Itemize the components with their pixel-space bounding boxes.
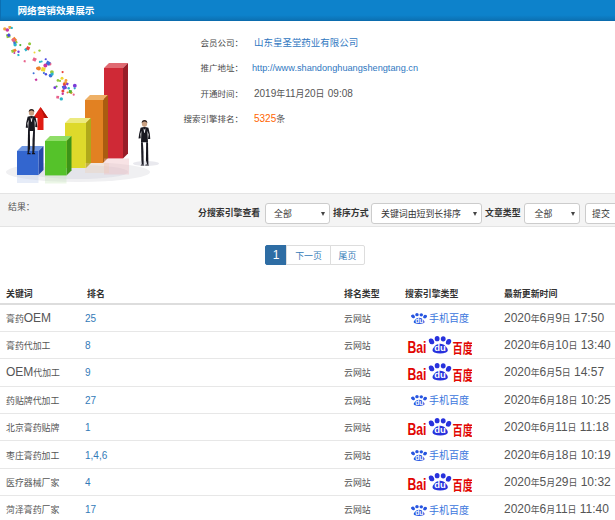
svg-text:Bai: Bai: [407, 420, 426, 436]
svg-text:Bai: Bai: [407, 475, 426, 491]
svg-text:du: du: [434, 369, 446, 380]
svg-text:百度: 百度: [453, 336, 472, 354]
svg-text:du: du: [415, 317, 423, 324]
svg-text:百度: 百度: [453, 473, 472, 491]
svg-text:du: du: [434, 424, 446, 435]
svg-text:du: du: [434, 479, 446, 490]
svg-text:du: du: [415, 509, 423, 516]
svg-text:百度: 百度: [453, 419, 472, 437]
svg-text:du: du: [434, 342, 446, 353]
svg-text:Bai: Bai: [407, 366, 426, 382]
svg-text:du: du: [415, 454, 423, 461]
svg-text:Bai: Bai: [407, 338, 426, 354]
svg-text:百度: 百度: [453, 364, 472, 382]
svg-text:du: du: [415, 399, 423, 406]
